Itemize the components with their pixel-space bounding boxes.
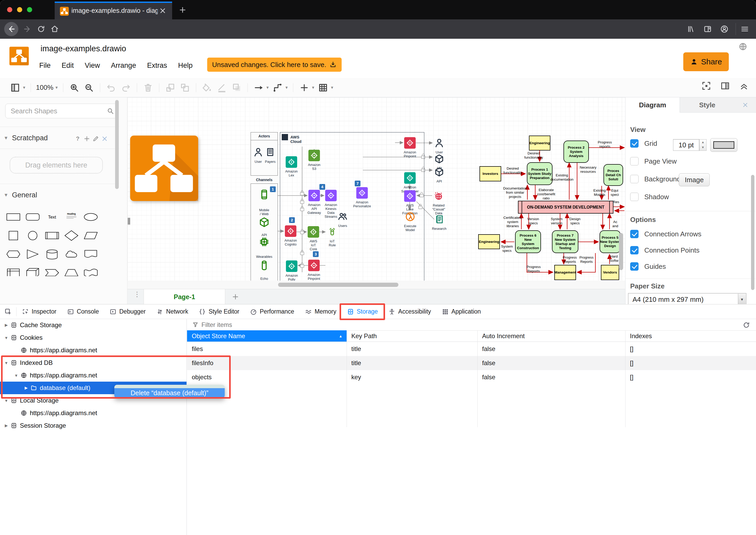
- page-view-checkbox[interactable]: [630, 157, 638, 165]
- flow-node-process-7[interactable]: Process 7 New System Startup and Testing: [552, 230, 579, 253]
- aws-node-amazon-cognito[interactable]: [285, 225, 296, 237]
- new-tab-icon[interactable]: [178, 6, 187, 14]
- channel-mobile---web[interactable]: [258, 187, 270, 202]
- aws-node-related--casual-[interactable]: [433, 190, 445, 202]
- zoom-out-button[interactable]: [84, 82, 94, 93]
- shadow-checkbox[interactable]: [630, 193, 638, 201]
- menu-extras[interactable]: Extras: [147, 62, 167, 70]
- hscrollbar-thumb[interactable]: [278, 283, 398, 287]
- minimize-window-button[interactable]: [17, 7, 22, 12]
- shape-cloud[interactable]: [62, 245, 81, 263]
- table-cell[interactable]: []: [625, 356, 756, 370]
- connection-button[interactable]: [254, 82, 264, 93]
- table-cell[interactable]: key: [347, 370, 477, 384]
- connection-points-checkbox[interactable]: [630, 246, 638, 254]
- tab-diagram[interactable]: Diagram: [626, 98, 680, 113]
- collapse-caret-icon[interactable]: ▼: [4, 192, 8, 198]
- background-checkbox[interactable]: [630, 175, 638, 183]
- collapse-caret-icon[interactable]: ▼: [4, 135, 8, 141]
- format-panel-toggle-icon[interactable]: [720, 81, 730, 91]
- aws-node-execute-model[interactable]: [404, 211, 416, 222]
- flow-node-management[interactable]: Management: [554, 265, 576, 280]
- devtools-tab-style-editor[interactable]: Style Editor: [193, 304, 245, 319]
- context-menu-delete-item[interactable]: Delete “database (default)”: [114, 388, 225, 398]
- devtools-tab-application[interactable]: Application: [436, 304, 486, 319]
- expander-icon[interactable]: ▼: [14, 373, 19, 378]
- shape-process[interactable]: [42, 226, 62, 245]
- aws-node-research[interactable]: [433, 213, 445, 225]
- sidebars-icon[interactable]: [703, 25, 712, 34]
- table-cell[interactable]: []: [625, 370, 756, 384]
- flow-node-proces[interactable]: Proces Detail Ch Soluti: [604, 164, 623, 186]
- aws-node-user[interactable]: [433, 137, 445, 149]
- library-icon[interactable]: [687, 25, 695, 34]
- column-header-indexes[interactable]: Indexes: [625, 330, 756, 342]
- grid-checkbox[interactable]: [630, 139, 638, 148]
- expander-icon[interactable]: ▶: [4, 323, 9, 327]
- flow-node-vendors[interactable]: Vendors: [601, 265, 619, 280]
- shape-rounded-rectangle[interactable]: [23, 208, 42, 226]
- tree-item-session-storage[interactable]: ▶Session Storage: [0, 419, 186, 432]
- shape-internal-storage[interactable]: [4, 263, 23, 276]
- shape-hexagon[interactable]: [4, 245, 23, 263]
- menu-help[interactable]: Help: [178, 62, 193, 70]
- flow-node-process-1[interactable]: Process 1 System Study Preparation: [527, 162, 553, 185]
- forward-button[interactable]: [23, 25, 32, 34]
- guides-checkbox[interactable]: [630, 262, 638, 271]
- devtools-tab-performance[interactable]: Performance: [245, 304, 300, 319]
- table-cell[interactable]: files: [187, 342, 347, 356]
- shape-cube[interactable]: [23, 263, 42, 276]
- paper-size-select[interactable]: A4 (210 mm x 297 mm) ▼: [628, 293, 746, 306]
- grid-size-stepper[interactable]: ▲▼: [699, 139, 707, 151]
- dropdown-caret-icon[interactable]: ▾: [267, 85, 269, 90]
- flow-node-investors[interactable]: Investors: [479, 166, 501, 182]
- sidebar-scrollbar[interactable]: [115, 100, 119, 189]
- aws-node-amazon[interactable]: [356, 187, 368, 199]
- expander-icon[interactable]: ▼: [4, 398, 9, 403]
- menu-hamburger-icon[interactable]: [740, 25, 749, 34]
- shape-parallelogram[interactable]: [81, 226, 100, 245]
- channel-api[interactable]: [258, 215, 270, 230]
- aws-node-amazon[interactable]: [404, 137, 416, 149]
- expander-icon[interactable]: ▼: [4, 336, 9, 340]
- table-cell[interactable]: filesInfo: [187, 356, 347, 370]
- unsaved-changes-button[interactable]: Unsaved changes. Click here to save.: [207, 58, 342, 72]
- dropdown-caret-icon[interactable]: ▾: [23, 85, 25, 90]
- aws-node-api[interactable]: [433, 166, 445, 178]
- channel-echo[interactable]: [258, 258, 270, 273]
- browser-tab[interactable]: image-examples.drawio - diagra: [55, 2, 172, 19]
- scratchpad-help-icon[interactable]: ?: [74, 135, 81, 142]
- aws-node-iot-rule[interactable]: [326, 226, 338, 238]
- tree-item-cache-storage[interactable]: ▶Cache Storage: [0, 319, 186, 331]
- shape-document[interactable]: [81, 245, 100, 263]
- column-header-key-path[interactable]: Key Path: [347, 330, 477, 342]
- grid-size-input[interactable]: 10 pt: [673, 139, 699, 151]
- close-icon[interactable]: [742, 101, 749, 108]
- shape-circle[interactable]: [23, 226, 42, 245]
- back-button[interactable]: [4, 22, 18, 36]
- tree-item-cookies[interactable]: ▼Cookies: [0, 331, 186, 344]
- language-globe-icon[interactable]: [738, 42, 748, 51]
- devtools-tab-storage[interactable]: Storage: [342, 304, 383, 319]
- expander-icon[interactable]: ▶: [4, 423, 9, 428]
- close-window-button[interactable]: [7, 7, 12, 12]
- pages-menu-icon[interactable]: ⋮: [134, 293, 135, 301]
- aws-node-aws-lake[interactable]: [404, 190, 416, 202]
- column-header-object-store-name[interactable]: Object Store Name▲: [187, 330, 347, 342]
- tab-style[interactable]: Style: [680, 98, 735, 113]
- shape-rectangle[interactable]: [4, 208, 23, 226]
- devtools-tab-accessibility[interactable]: Accessibility: [383, 304, 436, 319]
- background-image-button[interactable]: Image: [679, 173, 710, 186]
- table-cell[interactable]: title: [347, 356, 477, 370]
- dropdown-caret-icon[interactable]: ▾: [55, 85, 58, 90]
- filter-items-row[interactable]: Filter items: [187, 319, 756, 330]
- zoom-level-select[interactable]: 100%: [36, 83, 54, 92]
- canvas-hscrollbar[interactable]: [127, 281, 625, 289]
- actor-user[interactable]: [253, 146, 263, 158]
- shape-square[interactable]: [4, 226, 23, 245]
- reload-button[interactable]: [37, 25, 45, 34]
- aws-node-api[interactable]: [433, 153, 445, 165]
- home-button[interactable]: [50, 25, 59, 34]
- shape-diamond[interactable]: [62, 226, 81, 245]
- tree-item-https---app-diagrams-net[interactable]: ▼https://app.diagrams.net: [0, 369, 186, 381]
